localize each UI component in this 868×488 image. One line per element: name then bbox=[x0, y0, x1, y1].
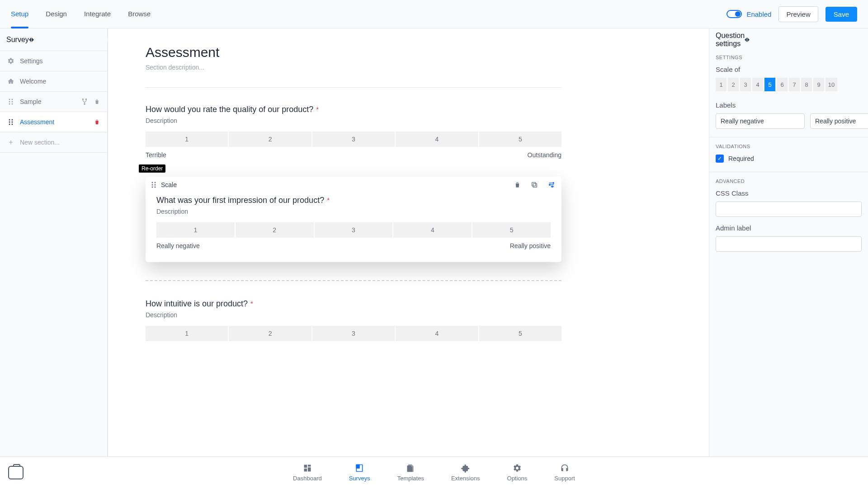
scale-option[interactable]: 2 bbox=[229, 131, 311, 147]
svg-point-9 bbox=[9, 119, 10, 121]
admin-label-input[interactable] bbox=[716, 236, 862, 252]
tab-setup[interactable]: Setup bbox=[11, 10, 28, 19]
nav-label: Dashboard bbox=[293, 475, 322, 482]
scale-pick-6[interactable]: 6 bbox=[777, 78, 788, 91]
question-settings-icon[interactable] bbox=[548, 181, 555, 188]
sidebar-item-sample[interactable]: Sample bbox=[0, 92, 107, 112]
question-block[interactable]: How would you rate the quality of our pr… bbox=[146, 105, 561, 159]
sidebar-item-welcome[interactable]: Welcome bbox=[0, 71, 107, 92]
collapse-right-icon[interactable] bbox=[745, 38, 868, 42]
svg-point-12 bbox=[12, 122, 13, 123]
svg-point-11 bbox=[9, 122, 10, 123]
svg-point-8 bbox=[84, 103, 85, 104]
nav-extensions[interactable]: Extensions bbox=[451, 463, 480, 482]
sidebar-item-label: Settings bbox=[20, 57, 43, 65]
scale-labels: Terrible Outstanding bbox=[146, 151, 561, 159]
scale-label-min: Terrible bbox=[146, 151, 166, 159]
drop-zone[interactable] bbox=[146, 280, 561, 281]
scale-option[interactable]: 3 bbox=[312, 131, 395, 147]
tab-integrate[interactable]: Integrate bbox=[84, 10, 111, 19]
scale-pick-2[interactable]: 2 bbox=[728, 78, 739, 91]
topbar: Setup Design Integrate Browse Enabled Pr… bbox=[0, 0, 868, 28]
tab-browse[interactable]: Browse bbox=[128, 10, 151, 19]
svg-point-0 bbox=[9, 99, 10, 100]
home-icon bbox=[7, 78, 14, 85]
briefcase-button[interactable] bbox=[0, 466, 32, 479]
save-button[interactable]: Save bbox=[826, 7, 857, 22]
svg-point-20 bbox=[155, 187, 156, 188]
scale-option[interactable]: 5 bbox=[479, 131, 561, 147]
scale-option[interactable]: 5 bbox=[472, 222, 551, 238]
svg-point-3 bbox=[12, 101, 13, 103]
tab-design[interactable]: Design bbox=[46, 10, 67, 19]
label-min-input[interactable] bbox=[716, 113, 805, 129]
nav-options[interactable]: Options bbox=[507, 463, 528, 482]
svg-point-25 bbox=[552, 186, 553, 188]
scale-pick-9[interactable]: 9 bbox=[813, 78, 824, 91]
sidebar-item-new-section[interactable]: New section... bbox=[0, 132, 107, 153]
nav-support[interactable]: Support bbox=[554, 463, 575, 482]
sidebar-item-settings[interactable]: Settings bbox=[0, 51, 107, 71]
sidebar-item-assessment[interactable]: Assessment bbox=[0, 112, 107, 132]
svg-rect-26 bbox=[304, 465, 307, 468]
question-description[interactable]: Description bbox=[156, 208, 551, 215]
section-description[interactable]: Section description... bbox=[146, 64, 561, 88]
question-title[interactable]: What was your first impression of our pr… bbox=[156, 196, 551, 205]
scale-pick-7[interactable]: 7 bbox=[789, 78, 800, 91]
question-description[interactable]: Description bbox=[146, 117, 561, 124]
scale-option[interactable]: 2 bbox=[229, 326, 311, 341]
scale-pick-10[interactable]: 10 bbox=[826, 78, 837, 91]
scale-option[interactable]: 1 bbox=[146, 326, 228, 341]
scale-option[interactable]: 4 bbox=[396, 326, 478, 341]
question-title[interactable]: How would you rate the quality of our pr… bbox=[146, 105, 561, 114]
left-panel-head: Survey bbox=[0, 28, 107, 51]
divider bbox=[709, 137, 868, 137]
scale-pick-4[interactable]: 4 bbox=[752, 78, 763, 91]
nav-label: Options bbox=[507, 475, 528, 482]
label-max-input[interactable] bbox=[810, 113, 868, 129]
sidebar-item-label: Assessment bbox=[20, 118, 54, 126]
scale-option[interactable]: 4 bbox=[393, 222, 472, 238]
scale-pick-5[interactable]: 5 bbox=[764, 78, 775, 91]
nav-dashboard[interactable]: Dashboard bbox=[293, 463, 322, 482]
required-label: Required bbox=[728, 155, 754, 162]
question-block-selected[interactable]: Re-order Scale bbox=[146, 177, 561, 262]
scale-option[interactable]: 1 bbox=[156, 222, 235, 238]
nav-surveys[interactable]: Surveys bbox=[349, 463, 370, 482]
branch-icon[interactable] bbox=[81, 99, 88, 105]
delete-question-icon[interactable] bbox=[514, 181, 521, 188]
scale-option[interactable]: 2 bbox=[236, 222, 314, 238]
scale-option[interactable]: 4 bbox=[396, 131, 478, 147]
svg-point-23 bbox=[553, 183, 554, 184]
preview-button[interactable]: Preview bbox=[778, 6, 818, 22]
question-type-label[interactable]: Scale bbox=[161, 181, 177, 188]
drag-handle-icon[interactable] bbox=[151, 182, 156, 188]
section-title[interactable]: Assessment bbox=[146, 45, 561, 60]
svg-point-2 bbox=[9, 101, 10, 103]
scale-pick-1[interactable]: 1 bbox=[716, 78, 726, 91]
nav-templates[interactable]: Templates bbox=[397, 463, 424, 482]
enabled-toggle[interactable]: Enabled bbox=[726, 10, 771, 18]
trash-icon[interactable] bbox=[94, 119, 100, 125]
scale-pick-8[interactable]: 8 bbox=[801, 78, 812, 91]
question-title-text: How intuitive is our product? bbox=[146, 299, 248, 308]
required-checkbox-row[interactable]: ✓ Required bbox=[716, 155, 862, 163]
question-description[interactable]: Description bbox=[146, 311, 561, 319]
center-scroll[interactable]: Assessment Section description... How wo… bbox=[108, 28, 709, 456]
css-class-input[interactable] bbox=[716, 202, 862, 217]
question-title-text: How would you rate the quality of our pr… bbox=[146, 105, 313, 114]
scale-option[interactable]: 3 bbox=[315, 222, 393, 238]
trash-icon[interactable] bbox=[94, 99, 100, 105]
scale-option[interactable]: 5 bbox=[479, 326, 561, 341]
scale-option[interactable]: 3 bbox=[312, 326, 395, 341]
question-block[interactable]: How intuitive is our product?* Descripti… bbox=[146, 299, 561, 341]
right-panel-title: Question settings bbox=[716, 32, 745, 48]
scale-option[interactable]: 1 bbox=[146, 131, 228, 147]
svg-rect-22 bbox=[532, 183, 536, 186]
sidebar-item-label: Welcome bbox=[20, 78, 46, 85]
required-star-icon: * bbox=[327, 196, 330, 204]
question-title[interactable]: How intuitive is our product?* bbox=[146, 299, 561, 309]
question-title-text: What was your first impression of our pr… bbox=[156, 196, 324, 205]
duplicate-question-icon[interactable] bbox=[531, 181, 538, 188]
scale-pick-3[interactable]: 3 bbox=[740, 78, 751, 91]
